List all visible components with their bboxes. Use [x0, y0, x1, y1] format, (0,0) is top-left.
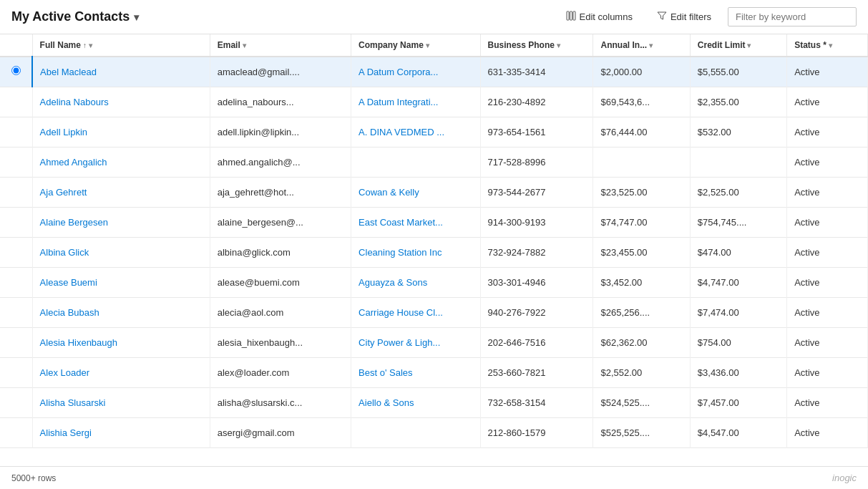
- table-row[interactable]: Alisha Slusarskialisha@slusarski.c...Aie…: [0, 387, 868, 417]
- cell-company[interactable]: East Coast Market...: [351, 207, 480, 237]
- contact-name-link[interactable]: Ahmed Angalich: [40, 157, 107, 168]
- cell-name[interactable]: Alease Buemi: [32, 267, 210, 297]
- row-select-cell[interactable]: [0, 207, 32, 237]
- cell-company[interactable]: Aguayza & Sons: [351, 267, 480, 297]
- table-row[interactable]: Ahmed Angalichahmed.angalich@...717-528-…: [0, 147, 868, 177]
- contact-name-link[interactable]: Alishia Sergi: [40, 427, 92, 438]
- cell-name[interactable]: Albina Glick: [32, 237, 210, 267]
- contact-name-link[interactable]: Alex Loader: [40, 367, 89, 378]
- cell-company[interactable]: Carriage House Cl...: [351, 297, 480, 327]
- row-select-cell[interactable]: [0, 387, 32, 417]
- contact-name-link[interactable]: Alease Buemi: [40, 277, 97, 288]
- table-row[interactable]: Alaine Bergesenalaine_bergesen@...East C…: [0, 207, 868, 237]
- contact-name-link[interactable]: Abel Maclead: [40, 67, 97, 77]
- col-header-status[interactable]: Status * ▾: [787, 34, 868, 57]
- contact-name-link[interactable]: Aja Gehrett: [40, 187, 87, 198]
- cell-company[interactable]: Aiello & Sons: [351, 387, 480, 417]
- row-select-cell[interactable]: [0, 327, 32, 357]
- company-name-link[interactable]: Aguayza & Sons: [359, 277, 427, 288]
- edit-columns-button[interactable]: Edit columns: [558, 6, 640, 27]
- cell-name[interactable]: Alishia Sergi: [32, 417, 210, 447]
- company-name-link[interactable]: Carriage House Cl...: [359, 307, 443, 318]
- svg-rect-1: [570, 11, 572, 20]
- cell-name[interactable]: Alex Loader: [32, 357, 210, 387]
- contact-name-link[interactable]: Alesia Hixenbaugh: [40, 337, 117, 348]
- cell-name[interactable]: Adelina Nabours: [32, 87, 210, 117]
- edit-filters-button[interactable]: Edit filters: [649, 6, 719, 27]
- cell-company[interactable]: Best o' Sales: [351, 357, 480, 387]
- contact-name-link[interactable]: Alisha Slusarski: [40, 397, 106, 408]
- cell-email: alaine_bergesen@...: [210, 207, 351, 237]
- cell-company[interactable]: Cleaning Station Inc: [351, 237, 480, 267]
- row-select-cell[interactable]: [0, 147, 32, 177]
- table-row[interactable]: Alease Buemialease@buemi.comAguayza & So…: [0, 267, 868, 297]
- table-row[interactable]: Aja Gehrettaja_gehrett@hot...Cowan & Kel…: [0, 177, 868, 207]
- cell-email: alesia_hixenbaugh...: [210, 327, 351, 357]
- row-select-cell[interactable]: [0, 357, 32, 387]
- cell-company[interactable]: A. DINA VEDMED ...: [351, 117, 480, 147]
- row-select-cell[interactable]: [0, 417, 32, 447]
- col-header-annual[interactable]: Annual In... ▾: [593, 34, 690, 57]
- contact-name-link[interactable]: Alaine Bergesen: [40, 217, 108, 228]
- row-radio[interactable]: [11, 66, 21, 75]
- col-header-name[interactable]: Full Name ↑ ▾: [32, 34, 210, 57]
- cell-name[interactable]: Adell Lipkin: [32, 117, 210, 147]
- contact-name-link[interactable]: Adelina Nabours: [40, 97, 109, 107]
- table-row[interactable]: Alecia Bubashalecia@aol.comCarriage Hous…: [0, 297, 868, 327]
- cell-name[interactable]: Alecia Bubash: [32, 297, 210, 327]
- row-select-cell[interactable]: [0, 237, 32, 267]
- keyword-filter-input[interactable]: [728, 7, 857, 26]
- company-name-link[interactable]: City Power & Ligh...: [359, 337, 440, 348]
- row-select-cell[interactable]: [0, 87, 32, 117]
- contact-name-link[interactable]: Albina Glick: [40, 247, 89, 258]
- cell-phone: 940-276-7922: [480, 297, 593, 327]
- col-filter-icon-annual[interactable]: ▾: [649, 42, 653, 49]
- cell-status: Active: [787, 177, 868, 207]
- col-filter-icon-email[interactable]: ▾: [243, 42, 246, 49]
- cell-name[interactable]: Alesia Hixenbaugh: [32, 327, 210, 357]
- cell-company[interactable]: A Datum Corpora...: [351, 57, 480, 87]
- table-row[interactable]: Alesia Hixenbaughalesia_hixenbaugh...Cit…: [0, 327, 868, 357]
- company-name-link[interactable]: A Datum Corpora...: [359, 67, 438, 77]
- cell-company[interactable]: A Datum Integrati...: [351, 87, 480, 117]
- cell-name[interactable]: Abel Maclead: [32, 57, 210, 87]
- table-row[interactable]: Alishia Sergiasergi@gmail.com212-860-157…: [0, 417, 868, 447]
- cell-company[interactable]: Cowan & Kelly: [351, 177, 480, 207]
- col-header-credit[interactable]: Credit Limit ▾: [690, 34, 786, 57]
- company-name-link[interactable]: Aiello & Sons: [359, 397, 414, 408]
- cell-name[interactable]: Aja Gehrett: [32, 177, 210, 207]
- cell-company[interactable]: City Power & Ligh...: [351, 327, 480, 357]
- col-filter-icon-credit[interactable]: ▾: [747, 42, 751, 49]
- title-chevron-icon[interactable]: ▾: [134, 11, 139, 23]
- company-name-link[interactable]: Best o' Sales: [359, 367, 412, 378]
- company-name-link[interactable]: A Datum Integrati...: [359, 97, 438, 107]
- table-row[interactable]: Abel Macleadamaclead@gmail....A Datum Co…: [0, 57, 868, 87]
- col-filter-icon-company[interactable]: ▾: [426, 42, 429, 49]
- col-header-email[interactable]: Email ▾: [210, 34, 351, 57]
- table-row[interactable]: Albina Glickalbina@glick.comCleaning Sta…: [0, 237, 868, 267]
- row-select-cell[interactable]: [0, 267, 32, 297]
- company-name-link[interactable]: Cowan & Kelly: [359, 187, 419, 198]
- cell-name[interactable]: Alisha Slusarski: [32, 387, 210, 417]
- row-select-cell[interactable]: [0, 177, 32, 207]
- col-filter-icon-phone[interactable]: ▾: [557, 42, 560, 49]
- row-select-cell[interactable]: [0, 57, 32, 87]
- table-row[interactable]: Adell Lipkinadell.lipkin@lipkin...A. DIN…: [0, 117, 868, 147]
- select-all-header[interactable]: [0, 34, 32, 57]
- company-name-link[interactable]: East Coast Market...: [359, 217, 443, 228]
- contact-name-link[interactable]: Alecia Bubash: [40, 307, 99, 318]
- company-name-link[interactable]: Cleaning Station Inc: [359, 247, 442, 258]
- col-filter-icon-status[interactable]: ▾: [829, 42, 832, 49]
- row-select-cell[interactable]: [0, 117, 32, 147]
- cell-name[interactable]: Alaine Bergesen: [32, 207, 210, 237]
- col-filter-icon-name[interactable]: ▾: [89, 42, 92, 49]
- cell-name[interactable]: Ahmed Angalich: [32, 147, 210, 177]
- col-header-phone[interactable]: Business Phone ▾: [480, 34, 593, 57]
- edit-columns-label: Edit columns: [580, 11, 633, 22]
- table-row[interactable]: Alex Loaderalex@loader.comBest o' Sales2…: [0, 357, 868, 387]
- col-header-company[interactable]: Company Name ▾: [351, 34, 480, 57]
- company-name-link[interactable]: A. DINA VEDMED ...: [359, 127, 444, 137]
- table-row[interactable]: Adelina Naboursadelina_nabours...A Datum…: [0, 87, 868, 117]
- contact-name-link[interactable]: Adell Lipkin: [40, 127, 88, 137]
- row-select-cell[interactable]: [0, 297, 32, 327]
